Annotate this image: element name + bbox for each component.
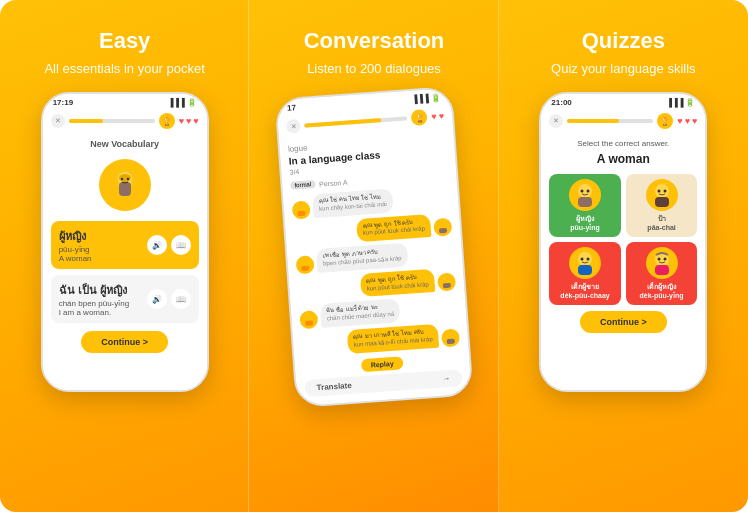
quiz-avatar-0 — [569, 179, 601, 211]
svg-point-32 — [657, 258, 660, 261]
chat-bubble-1: คุณ พูด ถูก ใช้ ครับkun pûut tùuk chái k… — [356, 214, 432, 243]
quiz-trophy-icon: 🏆 — [657, 113, 673, 129]
quiz-question: A woman — [549, 152, 697, 166]
quiz-heart-2: ♥ — [685, 116, 690, 126]
quiz-heart-1: ♥ — [677, 116, 682, 126]
signal-icon: ▐▐▐ — [168, 98, 185, 107]
chat-bubble-5: คุณ มา เกาหลี ใช่ ไหม ครับkun maa kǎo-lǐ… — [347, 324, 439, 354]
easy-top-bar: ✕ 🏆 ♥ ♥ ♥ — [43, 109, 207, 133]
bookmark-icon[interactable]: 📖 — [171, 235, 191, 255]
quiz-progress-fill — [567, 119, 619, 123]
quiz-hearts: ♥ ♥ ♥ — [677, 116, 697, 126]
quiz-option-1[interactable]: ป้าpâa-chai — [626, 174, 698, 237]
quiz-avatar-1 — [646, 179, 678, 211]
conv-hearts: ♥ ♥ — [431, 111, 444, 122]
svg-rect-15 — [305, 321, 313, 327]
speaker-icon[interactable]: 🔊 — [147, 235, 167, 255]
quiz-heart-3: ♥ — [692, 116, 697, 126]
easy-phone-content: New Vocabulary ผู้หญิง pûu-yǐng A woman — [43, 133, 207, 390]
heart-3: ♥ — [193, 116, 198, 126]
easy-subtitle: All essentials in your pocket — [44, 60, 204, 78]
vocab-icons-1: 🔊 📖 — [147, 235, 191, 255]
svg-point-29 — [587, 258, 590, 261]
quiz-battery-icon: 🔋 — [685, 98, 695, 107]
replay-button[interactable]: Replay — [360, 356, 404, 372]
conv-signal-icon: ▐▐▐ — [411, 94, 429, 104]
quizzes-subtitle: Quiz your language skills — [551, 60, 696, 78]
svg-point-18 — [578, 184, 592, 198]
chat-bubble-4: ฉัน ชื่อ แมรี่ ด้วย นะchán chûe maeri dû… — [320, 299, 401, 328]
easy-phone: 17:19 ▐▐▐ 🔋 ✕ 🏆 ♥ ♥ ♥ New Vocabulary — [41, 92, 209, 392]
conversation-title: Conversation — [304, 28, 445, 54]
quiz-phone-content: Select the correct answer. A woman ผู้หญ… — [541, 133, 705, 390]
svg-rect-7 — [297, 210, 305, 216]
svg-point-5 — [126, 178, 128, 180]
svg-point-28 — [581, 258, 584, 261]
chat-avatar-1 — [433, 218, 452, 237]
bookmark-icon-2[interactable]: 📖 — [171, 289, 191, 309]
chat-avatar-5 — [441, 328, 460, 347]
svg-rect-19 — [578, 197, 592, 207]
person-a-label: Person A — [319, 178, 348, 187]
svg-point-33 — [663, 258, 666, 261]
conv-status-icons: ▐▐▐ 🔋 — [411, 93, 441, 104]
conversation-panel: Conversation Listen to 200 dialogues 17 … — [249, 0, 498, 512]
close-icon[interactable]: ✕ — [51, 114, 65, 128]
quiz-top-bar: ✕ 🏆 ♥ ♥ ♥ — [541, 109, 705, 133]
progress-fill — [69, 119, 103, 123]
heart-1: ♥ — [179, 116, 184, 126]
vocab-thai-1: ผู้หญิง — [59, 227, 92, 245]
easy-status-bar: 17:19 ▐▐▐ 🔋 — [43, 94, 207, 109]
svg-point-2 — [119, 174, 131, 182]
vocab-header: New Vocabulary — [51, 139, 199, 149]
quiz-continue-button[interactable]: Continue > — [580, 311, 667, 333]
vocab-translation-1: A woman — [59, 254, 92, 263]
quiz-option-text-0: ผู้หญิงpûu-yǐng — [570, 213, 600, 232]
chat-avatar-3 — [437, 273, 456, 292]
quiz-option-3[interactable]: เด็กผู้หญิงdèk-pûu-yǐng — [626, 242, 698, 305]
easy-title: Easy — [99, 28, 150, 54]
quiz-option-text-1: ป้าpâa-chai — [647, 213, 675, 231]
svg-rect-31 — [655, 265, 669, 275]
svg-rect-3 — [119, 182, 131, 196]
vocab-card-2: ฉัน เป็น ผู้หญิง chán bpen pûu-yǐng I am… — [51, 275, 199, 323]
vocab-text-1: ผู้หญิง pûu-yǐng A woman — [59, 227, 92, 263]
conv-time: 17 — [287, 103, 297, 113]
quiz-time: 21:00 — [551, 98, 571, 107]
dialogue-tag: formal — [290, 180, 315, 190]
vocab-text-2: ฉัน เป็น ผู้หญิง chán bpen pûu-yǐng I am… — [59, 281, 130, 317]
svg-rect-17 — [447, 338, 455, 344]
quiz-status-bar: 21:00 ▐▐▐ 🔋 — [541, 94, 705, 109]
conv-phone-content: logue In a language class 3/4 formal Per… — [279, 127, 471, 405]
conv-battery-icon: 🔋 — [430, 93, 441, 103]
conv-trophy-icon: 🏆 — [411, 109, 428, 126]
quizzes-panel: Quizzes Quiz your language skills 21:00 … — [499, 0, 748, 512]
wifi-icon: 🔋 — [187, 98, 197, 107]
svg-point-21 — [587, 190, 590, 193]
continue-button[interactable]: Continue > — [81, 331, 168, 353]
quiz-signal-icon: ▐▐▐ — [666, 98, 683, 107]
translate-label: Translate — [316, 381, 352, 392]
svg-rect-27 — [578, 265, 592, 275]
translate-button[interactable]: Translate → — [304, 369, 463, 397]
quizzes-title: Quizzes — [582, 28, 665, 54]
quiz-option-0[interactable]: ผู้หญิงpûu-yǐng — [549, 174, 621, 237]
quiz-prompt: Select the correct answer. — [549, 139, 697, 148]
vocab-roman-2: chán bpen pûu-yǐng — [59, 299, 130, 308]
easy-time: 17:19 — [53, 98, 73, 107]
easy-panel: Easy All essentials in your pocket 17:19… — [0, 0, 249, 512]
quiz-option-text-3: เด็กผู้หญิงdèk-pûu-yǐng — [640, 281, 684, 300]
quiz-option-2[interactable]: เด็กผู้ชายdèk-pûu-chaay — [549, 242, 621, 305]
avatar-circle — [99, 159, 151, 211]
quiz-close-icon[interactable]: ✕ — [549, 114, 563, 128]
chat-avatar-0 — [292, 200, 311, 219]
conversation-subtitle: Listen to 200 dialogues — [307, 60, 441, 78]
quiz-options-grid: ผู้หญิงpûu-yǐng ป้าpâa-chai เด็กผู้ชายdè… — [549, 174, 697, 305]
quiz-avatar-3 — [646, 247, 678, 279]
quiz-avatar-2 — [569, 247, 601, 279]
svg-point-22 — [655, 184, 669, 198]
conv-close-icon[interactable]: ✕ — [286, 119, 301, 134]
speaker-icon-2[interactable]: 🔊 — [147, 289, 167, 309]
hearts: ♥ ♥ ♥ — [179, 116, 199, 126]
avatar-svg — [105, 165, 145, 205]
